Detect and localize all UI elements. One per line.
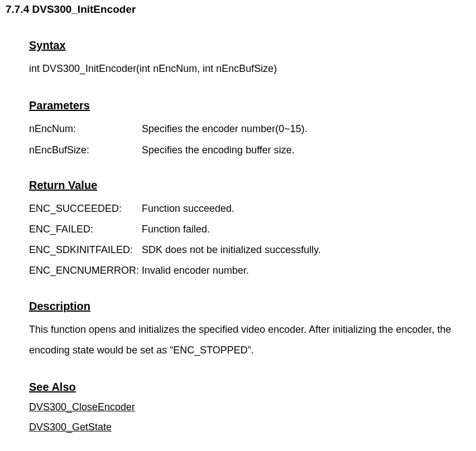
parameters-table: nEncNum: Specifies the encoder number(0~… (29, 119, 307, 160)
parameters-heading: Parameters (29, 98, 90, 113)
page: 7.7.4 DVS300_InitEncoder Syntax int DVS3… (0, 0, 476, 445)
spacer (29, 164, 470, 177)
param-name: nEncNum: (29, 119, 142, 139)
return-name: ENC_SDKINITFAILED: (29, 240, 142, 260)
param-desc: Specifies the encoder number(0~15). (142, 119, 307, 139)
spacer (29, 285, 470, 298)
description-text: This function opens and initializes the … (29, 319, 470, 361)
return-desc: SDK does not be initialized successfully… (142, 240, 321, 260)
param-desc: Specifies the encoding buffer size. (142, 140, 307, 161)
return-desc: Function failed. (142, 219, 321, 240)
param-name: nEncBufSize: (29, 140, 142, 161)
table-row: nEncBufSize: Specifies the encoding buff… (29, 140, 307, 161)
table-row: nEncNum: Specifies the encoder number(0~… (29, 119, 307, 139)
return-name: ENC_FAILED: (29, 219, 142, 240)
return-name: ENC_ENCNUMERROR: (29, 260, 142, 281)
syntax-heading: Syntax (29, 37, 66, 53)
see-also-heading: See Also (29, 379, 76, 395)
content: Syntax int DVS300_InitEncoder(int nEncNu… (6, 37, 470, 434)
return-name: ENC_SUCCEEDED: (29, 198, 142, 219)
table-row: ENC_FAILED: Function failed. (29, 219, 321, 240)
table-row: ENC_SUCCEEDED: Function succeeded. (29, 198, 321, 219)
return-desc: Invalid encoder number. (142, 260, 321, 281)
spacer (29, 84, 470, 98)
return-desc: Function succeeded. (142, 198, 321, 219)
section-number-title: 7.7.4 DVS300_InitEncoder (6, 2, 470, 17)
see-also-link[interactable]: DVS300_CloseEncoder (29, 400, 470, 414)
return-value-heading: Return Value (29, 177, 97, 193)
syntax-line: int DVS300_InitEncoder(int nEncNum, int … (29, 59, 470, 79)
spacer (29, 366, 470, 379)
description-heading: Description (29, 298, 90, 314)
see-also-link[interactable]: DVS300_GetState (29, 420, 470, 434)
table-row: ENC_ENCNUMERROR: Invalid encoder number. (29, 260, 321, 281)
return-value-table: ENC_SUCCEEDED: Function succeeded. ENC_F… (29, 198, 321, 282)
table-row: ENC_SDKINITFAILED: SDK does not be initi… (29, 240, 321, 260)
